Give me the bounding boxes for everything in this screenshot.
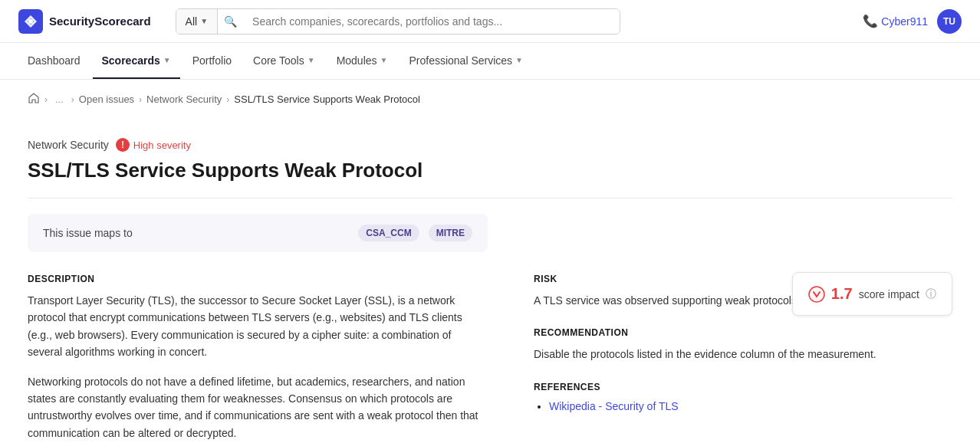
reference-item: Wikipedia - Security of TLS — [549, 400, 917, 412]
recommendation-text: Disable the protocols listed in the evid… — [534, 346, 917, 363]
chevron-down-icon: ▼ — [380, 56, 388, 64]
score-info-icon[interactable]: ⓘ — [926, 287, 936, 301]
description-para-1: Transport Layer Security (TLS), the succ… — [28, 292, 488, 361]
page-content: Network Security ! High severity SSL/TLS… — [0, 119, 980, 443]
breadcrumb-network-security[interactable]: Network Security — [146, 94, 222, 105]
nav-item-dashboard[interactable]: Dashboard — [18, 44, 90, 79]
nav-item-modules[interactable]: Modules ▼ — [327, 44, 397, 79]
header: SecurityScorecard All ▼ 🔍 📞 Cyber911 TU — [0, 0, 980, 43]
svg-point-1 — [28, 19, 33, 24]
divider — [28, 198, 952, 199]
score-value: 1.7 — [831, 285, 853, 303]
search-bar: All ▼ 🔍 — [176, 8, 620, 34]
maps-to-label: This issue maps to — [43, 227, 349, 239]
nav-item-core-tools[interactable]: Core Tools ▼ — [244, 44, 324, 79]
recommendation-heading: RECOMMENDATION — [534, 327, 917, 338]
search-icon: 🔍 — [218, 9, 243, 34]
search-input[interactable] — [243, 9, 620, 34]
breadcrumb-sep-4: › — [226, 94, 229, 105]
chevron-down-icon: ▼ — [163, 56, 171, 64]
score-down-icon — [808, 286, 825, 303]
references-list: Wikipedia - Security of TLS — [534, 400, 917, 412]
issue-meta: Network Security ! High severity — [28, 137, 952, 153]
severity-icon: ! — [115, 137, 130, 153]
tag-csa-ccm: CSA_CCM — [358, 225, 419, 241]
references-heading: REFERENCES — [534, 382, 917, 392]
chevron-down-icon: ▼ — [515, 56, 523, 64]
main-wrapper: Network Security ! High severity SSL/TLS… — [0, 119, 980, 443]
header-right: 📞 Cyber911 TU — [863, 9, 962, 34]
description-column: DESCRIPTION Transport Layer Security (TL… — [28, 274, 488, 443]
home-icon — [28, 92, 40, 104]
score-impact-card: 1.7 score impact ⓘ — [792, 272, 952, 316]
tag-mitre: MITRE — [429, 225, 472, 241]
breadcrumb-current: SSL/TLS Service Supports Weak Protocol — [234, 94, 420, 105]
nav-item-scorecards[interactable]: Scorecards ▼ — [93, 44, 180, 79]
main-nav: Dashboard Scorecards ▼ Portfolio Core To… — [0, 43, 980, 80]
breadcrumb: › ... › Open issues › Network Security ›… — [0, 80, 980, 119]
chevron-down-icon: ▼ — [200, 17, 208, 25]
nav-item-portfolio[interactable]: Portfolio — [183, 44, 241, 79]
score-label: score impact — [859, 288, 919, 300]
user-name[interactable]: 📞 Cyber911 — [863, 14, 928, 28]
breadcrumb-home[interactable] — [28, 92, 40, 107]
search-filter-select[interactable]: All ▼ — [176, 9, 218, 34]
breadcrumb-sep-2: › — [71, 94, 74, 105]
issue-title: SSL/TLS Service Supports Weak Protocol — [28, 159, 952, 182]
severity-text: High severity — [133, 139, 191, 151]
svg-text:!: ! — [121, 139, 124, 150]
chevron-down-icon: ▼ — [307, 56, 315, 64]
description-para-2: Networking protocols do not have a defin… — [28, 373, 488, 442]
logo-text: SecurityScorecard — [49, 15, 151, 28]
logo[interactable]: SecurityScorecard — [18, 9, 151, 34]
severity-badge: ! High severity — [115, 137, 191, 153]
breadcrumb-sep-3: › — [139, 94, 142, 105]
recommendation-section: RECOMMENDATION Disable the protocols lis… — [534, 327, 917, 363]
phone-icon: 📞 — [863, 14, 878, 28]
breadcrumb-open-issues[interactable]: Open issues — [79, 94, 134, 105]
reference-link[interactable]: Wikipedia - Security of TLS — [549, 400, 679, 412]
breadcrumb-dots[interactable]: ... — [52, 92, 67, 107]
description-heading: DESCRIPTION — [28, 274, 488, 284]
svg-point-4 — [809, 287, 824, 302]
nav-item-professional-services[interactable]: Professional Services ▼ — [400, 44, 532, 79]
maps-to-bar: This issue maps to CSA_CCM MITRE — [28, 214, 488, 252]
avatar[interactable]: TU — [937, 9, 962, 34]
breadcrumb-sep-1: › — [44, 94, 48, 105]
references-section: REFERENCES Wikipedia - Security of TLS — [534, 382, 917, 412]
issue-category: Network Security — [28, 139, 109, 151]
